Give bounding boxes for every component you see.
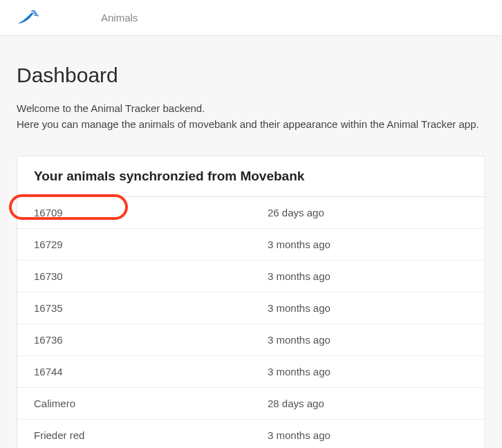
animal-time: 3 months ago: [251, 420, 485, 449]
table-row[interactable]: 167293 months ago: [17, 229, 485, 261]
animal-time: 3 months ago: [251, 229, 485, 261]
animal-name: 16730: [17, 261, 251, 292]
intro-line-2: Here you can manage the animals of moveb…: [17, 118, 479, 130]
intro-text: Welcome to the Animal Tracker backend. H…: [17, 101, 485, 132]
table-row[interactable]: 167303 months ago: [17, 261, 485, 292]
nav-link-animals[interactable]: Animals: [101, 12, 138, 24]
table-row[interactable]: 167443 months ago: [17, 356, 485, 388]
animal-time: 3 months ago: [251, 356, 485, 388]
animal-name: Calimero: [17, 388, 251, 420]
table-row[interactable]: 167353 months ago: [17, 292, 485, 324]
animal-time: 3 months ago: [251, 261, 485, 292]
animal-name: 16744: [17, 356, 251, 388]
animal-time: 3 months ago: [251, 324, 485, 356]
table-row[interactable]: 1670926 days ago: [17, 197, 485, 229]
intro-line-1: Welcome to the Animal Tracker backend.: [17, 102, 205, 114]
animal-name: 16735: [17, 292, 251, 324]
page-title: Dashboard: [17, 64, 485, 87]
animal-name: 16709: [17, 197, 251, 229]
table-row[interactable]: Frieder red3 months ago: [17, 420, 485, 449]
animal-time: 28 days ago: [251, 388, 485, 420]
card-header: Your animals synchronzied from Movebank: [17, 156, 485, 197]
animal-name: 16736: [17, 324, 251, 356]
animal-name: Frieder red: [17, 420, 251, 449]
animal-time: 3 months ago: [251, 292, 485, 324]
animals-table: 1670926 days ago167293 months ago167303 …: [17, 197, 485, 448]
navbar: Animals: [0, 0, 502, 36]
table-row[interactable]: Calimero28 days ago: [17, 388, 485, 420]
table-row[interactable]: 167363 months ago: [17, 324, 485, 356]
highlight-ring: [9, 194, 128, 220]
main-container: Dashboard Welcome to the Animal Tracker …: [0, 36, 502, 448]
bird-logo-icon: [17, 8, 39, 28]
animal-time: 26 days ago: [251, 197, 485, 229]
animals-card: Your animals synchronzied from Movebank …: [17, 156, 485, 448]
animal-name: 16729: [17, 229, 251, 261]
logo[interactable]: [17, 8, 39, 28]
